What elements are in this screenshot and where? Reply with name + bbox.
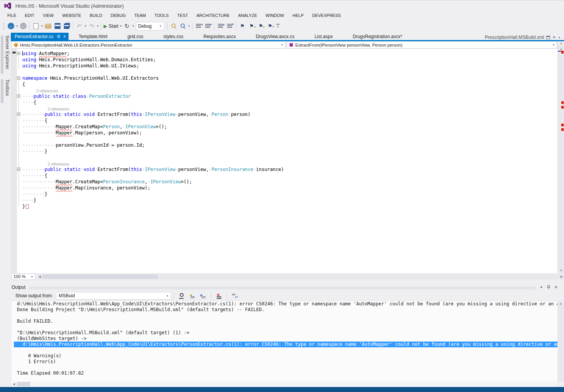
undo-button[interactable]: ↶ <box>75 22 84 31</box>
output-log[interactable]: d:\Hmis\Hmis.PrescriptionHall.Web\App_Co… <box>12 301 557 381</box>
tab-personextractor[interactable]: PersonExtractor.cs × <box>11 33 69 40</box>
panel-grip[interactable] <box>29 286 535 289</box>
menu-file[interactable]: FILE <box>3 12 20 19</box>
menu-help[interactable]: HELP <box>288 12 308 19</box>
navigate-backward-dropdown[interactable]: ▾ <box>15 24 18 28</box>
start-dropdown[interactable]: ▾ <box>119 24 122 28</box>
previous-bookmark-button[interactable]: ⚑◂ <box>247 22 256 31</box>
menu-analyze[interactable]: ANALYZE <box>234 12 261 19</box>
fold-collapse-icon[interactable] <box>17 168 20 171</box>
float-window-icon[interactable] <box>546 36 550 39</box>
tab-requisites-ascx[interactable]: Requisites.ascx <box>193 33 246 40</box>
type-dropdown[interactable]: Hmis.PrescriptionHall.Web.UI.Extractors.… <box>12 41 286 49</box>
fold-collapse-icon[interactable] <box>17 94 20 98</box>
output-line[interactable]: Done Building Project "D:\Hmis\Prescript… <box>12 307 557 313</box>
output-horizontal-scrollbar[interactable]: ◀ <box>12 381 557 387</box>
window-position-dropdown-icon[interactable]: ▾ <box>540 285 543 289</box>
menu-edit[interactable]: EDIT <box>20 12 38 19</box>
output-line[interactable]: 0 Warning(s) <box>12 353 557 359</box>
redo-dropdown[interactable]: ▾ <box>96 24 99 28</box>
output-source-combobox[interactable]: MSBuid ▾ <box>56 292 171 300</box>
output-line[interactable]: "D:\Hmis\PrescriptionHall.MSBuild.xml" (… <box>12 330 557 336</box>
toolbar-overflow-dropdown[interactable]: ▾ <box>276 24 279 28</box>
menu-view[interactable]: VIEW <box>38 12 58 19</box>
find-message-icon[interactable] <box>178 293 185 299</box>
refresh-dropdown[interactable]: ▾ <box>132 24 135 28</box>
scroll-up-icon[interactable]: ▲ <box>557 302 564 305</box>
toggle-bookmark-button[interactable]: ⚑ <box>238 22 247 31</box>
tab-list-aspx[interactable]: List.aspx <box>305 33 343 40</box>
menu-tools[interactable]: TOOLS <box>150 12 173 19</box>
refresh-button[interactable]: ↻ <box>122 22 132 31</box>
scroll-up-icon[interactable]: ▲ <box>558 47 564 51</box>
scroll-left-icon[interactable]: ◀ <box>13 382 15 386</box>
new-item-dropdown[interactable]: ▾ <box>40 24 44 28</box>
tab-grid-css[interactable]: grid.css <box>117 33 153 40</box>
menu-architecture[interactable]: ARCHITECTURE <box>192 12 234 19</box>
output-line[interactable]: (BuildWebSites target) -> <box>12 336 557 342</box>
output-line[interactable] <box>12 324 557 330</box>
start-debug-button[interactable]: ▶Start <box>103 22 119 31</box>
scroll-left-icon[interactable]: ◀ <box>38 275 41 278</box>
menu-window[interactable]: WINDOW <box>261 12 288 19</box>
output-line[interactable] <box>12 313 557 318</box>
splitter-handle-icon[interactable]: ⇕ <box>558 41 564 47</box>
codelens-references[interactable]: 3 references <box>48 107 69 111</box>
codelens-row[interactable]: 3 references <box>11 161 557 166</box>
navigate-backward-button[interactable]: ← <box>6 22 15 31</box>
previous-message-icon[interactable] <box>189 293 196 299</box>
menu-website[interactable]: WEBSITE <box>58 12 85 19</box>
next-bookmark-button[interactable]: ⚑▸ <box>256 22 266 31</box>
output-line-selected[interactable]: d:\Hmis\Hmis.PrescriptionHall.Web\App_Co… <box>14 342 557 347</box>
save-all-button[interactable] <box>62 22 71 31</box>
tab-drugsregistration-ascx-[interactable]: DrugsRegistration.ascx* <box>343 33 412 40</box>
increase-indent-button[interactable]: ▾ <box>225 22 234 31</box>
tab-template-html[interactable]: Template.html <box>69 33 117 40</box>
output-vertical-scrollbar[interactable]: ▲ <box>557 301 564 381</box>
menu-debug[interactable]: DEBUG <box>106 12 130 19</box>
menu-test[interactable]: TEST <box>173 12 192 19</box>
redo-button[interactable]: ↷ <box>87 22 96 31</box>
quick-find-dropdown[interactable]: ▾ <box>187 24 191 28</box>
side-tab-toolbox[interactable]: Toolbox <box>1 79 11 103</box>
create-new-query-button[interactable]: ◂ <box>194 22 203 31</box>
undo-dropdown[interactable]: ▾ <box>84 24 87 28</box>
output-line[interactable]: Time Elapsed 00:01:07.82 <box>12 370 557 376</box>
toolbar-grip[interactable] <box>3 22 5 30</box>
close-tab-icon[interactable]: × <box>63 34 66 39</box>
codelens-row[interactable]: 0 references <box>11 87 557 93</box>
find-in-files-button[interactable] <box>169 22 178 31</box>
side-tab-server-explorer[interactable]: Server Explorer <box>1 35 11 74</box>
codelens-references[interactable]: 3 references <box>48 162 69 166</box>
quick-find-button[interactable] <box>178 22 187 31</box>
new-item-button[interactable] <box>31 22 40 31</box>
navigate-forward-button[interactable]: → <box>18 22 28 31</box>
decrease-indent-button[interactable]: ▴ <box>216 22 225 31</box>
next-message-icon[interactable] <box>200 293 207 299</box>
menu-team[interactable]: TEAM <box>130 12 150 19</box>
scroll-right-icon[interactable]: ▶ <box>561 275 563 278</box>
pinned-right-tab[interactable]: PrescriptionHall.MSBuild.xml × ▾ <box>485 35 564 40</box>
save-button[interactable] <box>53 22 62 31</box>
scroll-down-icon[interactable]: ▼ <box>558 269 564 272</box>
word-wrap-icon[interactable] <box>231 293 238 299</box>
fold-collapse-icon[interactable] <box>17 76 20 80</box>
menu-build[interactable]: BUILD <box>85 12 106 19</box>
editor-horizontal-scrollbar[interactable]: ◀ ▶ <box>38 274 564 280</box>
output-line[interactable]: d:\Hmis\Hmis.PrescriptionHall.Web\App_Co… <box>12 301 557 307</box>
output-line[interactable] <box>12 347 557 353</box>
member-dropdown[interactable]: ExtractFrom(IPersonView personView, Pers… <box>287 41 557 49</box>
code-editor[interactable]: using·AutoMapper;using·Hmis.Prescription… <box>11 49 557 273</box>
scrollbar-thumb[interactable] <box>42 275 158 279</box>
clear-all-icon[interactable] <box>216 293 223 299</box>
tab-drugsview-ascx-cs[interactable]: DrugsView.ascx.cs <box>246 33 304 40</box>
close-tab-icon[interactable]: × <box>552 35 556 40</box>
pin-icon[interactable] <box>56 34 60 39</box>
close-panel-icon[interactable]: × <box>554 285 557 290</box>
add-existing-item-button[interactable] <box>44 22 53 31</box>
editor-vertical-scrollbar[interactable]: ⇕ ▲ ▼ <box>557 41 564 273</box>
output-line[interactable]: Build FAILED. <box>12 318 557 324</box>
tab-list-dropdown-icon[interactable]: ▾ <box>558 36 561 39</box>
output-line[interactable]: 1 Error(s) <box>12 359 557 365</box>
pin-icon[interactable] <box>547 285 551 290</box>
